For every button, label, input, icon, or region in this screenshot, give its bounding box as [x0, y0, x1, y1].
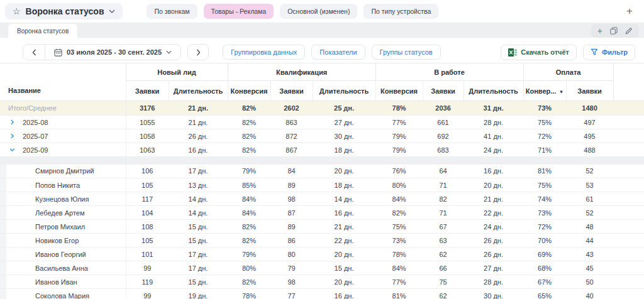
date-control: 03 июля 2025 - 30 сент. 2025 — [23, 44, 181, 60]
spare-cell — [613, 101, 644, 116]
star-icon[interactable]: ☆ — [13, 7, 21, 16]
spare-cell — [613, 234, 644, 247]
date-range-picker[interactable]: 03 июля 2025 - 30 сент. 2025 — [45, 45, 180, 60]
value-cell: 82% — [228, 143, 270, 157]
column-header[interactable]: Конвер...▼ — [523, 81, 566, 101]
table-row: Кузнецова Юлия11714 дн.84%9814 дн.84%822… — [0, 192, 644, 206]
view-tabs: По звонкамТовары - РекламаОсновной (изме… — [147, 4, 438, 19]
value-cell: 50 — [566, 275, 613, 289]
value-cell: 14 дн. — [313, 192, 375, 206]
excel-icon — [508, 48, 517, 57]
toolbar-button[interactable]: Показатели — [311, 45, 365, 60]
view-tab[interactable]: Товары - Реклама — [204, 4, 274, 19]
row-name-cell[interactable]: 2025-09 — [0, 143, 126, 157]
spare-cell — [613, 289, 644, 299]
value-cell: 48 — [566, 220, 613, 234]
toolbar: 03 июля 2025 - 30 сент. 2025 Группировка… — [0, 38, 644, 63]
value-cell: 20 дн. — [313, 247, 375, 261]
row-name-cell[interactable]: 2025-07 — [0, 129, 126, 143]
value-cell: 18 дн. — [313, 143, 375, 157]
column-header[interactable]: Заявки — [423, 81, 464, 101]
separator-row — [0, 157, 644, 165]
next-period-button[interactable] — [187, 44, 209, 60]
toolbar-buttons: Группировка данныхПоказателиГруппы стату… — [223, 45, 441, 60]
column-header[interactable]: Длительность — [169, 81, 228, 101]
spare-cell — [613, 116, 644, 129]
value-cell: 101 — [126, 247, 169, 261]
value-cell: 27 дн. — [313, 116, 375, 129]
app-window: ☆ Воронка статусов По звонкамТовары - Ре… — [0, 0, 644, 299]
column-header[interactable]: Длительность — [464, 81, 523, 101]
value-cell: 80% — [228, 261, 270, 275]
value-cell: 84% — [375, 192, 423, 206]
spare-cell — [613, 178, 644, 192]
view-tab[interactable]: По типу устройства — [364, 4, 438, 19]
table-body: Итого/Среднее317621 дн.82%260225 дн.78%2… — [0, 101, 644, 299]
column-header[interactable]: Заявки — [126, 81, 169, 101]
row-name-cell[interactable]: 2025-08 — [0, 116, 126, 129]
add-tab-button[interactable]: + — [597, 26, 602, 35]
row-name-cell: Новиков Егор — [0, 234, 126, 247]
value-cell: 31 дн. — [464, 101, 523, 116]
copy-icon[interactable] — [610, 27, 618, 35]
column-header[interactable]: Конверсия — [375, 81, 423, 101]
value-cell: 867 — [270, 143, 313, 157]
filter-button[interactable]: Фильтр — [583, 45, 635, 60]
value-cell: 78% — [228, 289, 270, 299]
toolbar-button[interactable]: Группы статусов — [372, 45, 441, 60]
value-cell: 20 дн. — [313, 165, 375, 178]
table-row: Петров Михаил10815 дн.82%8921 дн.75%6724… — [0, 220, 644, 234]
collapse-chevron-icon[interactable] — [9, 147, 15, 153]
view-tab[interactable]: Основной (изменен) — [280, 4, 357, 19]
column-header-name[interactable]: Название — [0, 63, 126, 101]
report-selector[interactable]: ☆ Воронка статусов — [5, 3, 123, 19]
spare-header — [613, 63, 644, 101]
value-cell: 78% — [375, 247, 423, 261]
value-cell: 71 — [423, 178, 464, 192]
row-name-cell: Иванов Иван — [0, 275, 126, 289]
column-header[interactable]: Заявки — [270, 81, 313, 101]
value-cell: 20 дн. — [464, 178, 523, 192]
filter-label: Фильтр — [602, 48, 628, 56]
expand-chevron-icon[interactable] — [9, 119, 15, 125]
value-cell: 77 — [270, 289, 313, 299]
group-header: Новый лид — [126, 63, 228, 81]
column-header[interactable]: Конверсия — [228, 81, 270, 101]
value-cell: 117 — [126, 192, 169, 206]
value-cell: 65% — [523, 289, 566, 299]
download-report-button[interactable]: Скачать отчёт — [501, 45, 577, 60]
spare-cell — [613, 206, 644, 220]
table-row: Иванов Иван11915 дн.82%9820 дн.77%7528 д… — [0, 275, 644, 289]
chevron-left-icon — [32, 49, 36, 56]
tab-voronka-statusov[interactable]: Воронка статусов — [8, 24, 77, 38]
value-cell: 15 дн. — [169, 275, 228, 289]
table-row: Итого/Среднее317621 дн.82%260225 дн.78%2… — [0, 101, 644, 116]
table-row[interactable]: 2025-09106316 дн.82%86718 дн.79%68324 дн… — [0, 143, 644, 157]
prev-period-button[interactable] — [23, 45, 45, 60]
value-cell: 79 — [270, 261, 313, 275]
view-tab[interactable]: По звонкам — [147, 4, 197, 19]
spare-cell — [613, 247, 644, 261]
column-header[interactable]: Заявки — [566, 81, 613, 101]
expand-chevron-icon[interactable] — [9, 133, 15, 139]
date-range-value: 03 июля 2025 - 30 сент. 2025 — [67, 48, 162, 56]
column-header[interactable]: Длительность — [313, 81, 375, 101]
table-head: НазваниеНовый лидКвалификацияВ работеОпл… — [0, 63, 644, 101]
table-row[interactable]: 2025-08105521 дн.82%86327 дн.77%66128 дн… — [0, 116, 644, 129]
value-cell: 15 дн. — [169, 220, 228, 234]
value-cell: 30 дн. — [313, 129, 375, 143]
edit-pencil-icon[interactable] — [625, 27, 633, 35]
chevron-down-icon — [166, 50, 172, 54]
row-name-cell: Иванов Георгий — [0, 247, 126, 261]
table-row: Новиков Егор10515 дн.82%8622 дн.73%6326 … — [0, 234, 644, 247]
add-report-button[interactable]: + — [624, 5, 635, 18]
value-cell: 82% — [375, 206, 423, 220]
table-row[interactable]: 2025-07105826 дн.82%87230 дн.79%69241 дн… — [0, 129, 644, 143]
sort-desc-icon[interactable]: ▼ — [558, 89, 564, 95]
value-cell: 872 — [270, 129, 313, 143]
toolbar-button[interactable]: Группировка данных — [223, 45, 305, 60]
chevron-right-icon — [196, 49, 201, 56]
value-cell: 81% — [375, 289, 423, 299]
table-row: Васильева Анна9917 дн.80%7915 дн.84%6627… — [0, 261, 644, 275]
value-cell: 84% — [375, 261, 423, 275]
